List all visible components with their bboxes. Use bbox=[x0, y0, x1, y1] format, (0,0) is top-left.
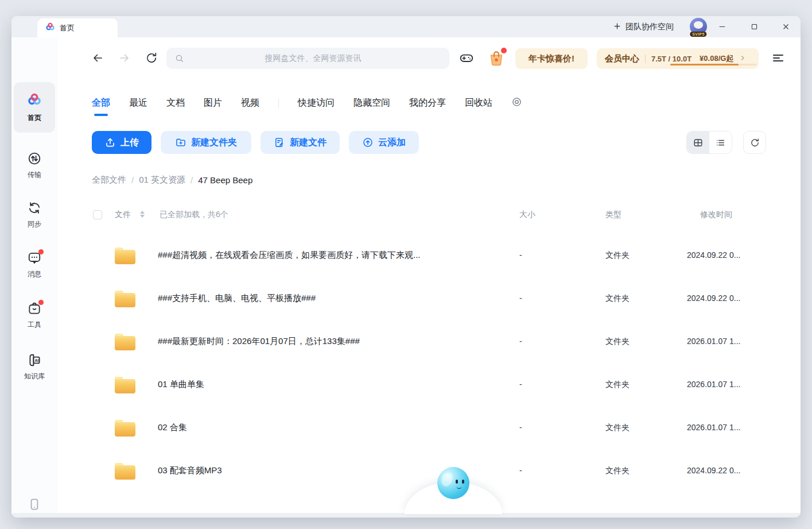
game-center-button[interactable] bbox=[459, 51, 474, 65]
tab-documents[interactable]: 文档 bbox=[166, 97, 185, 109]
phone-button[interactable] bbox=[11, 497, 57, 512]
grid-view-icon bbox=[693, 137, 704, 148]
minimize-icon bbox=[718, 22, 726, 31]
file-modified: 2026.01.07 1... bbox=[687, 423, 740, 432]
chevron-right-icon bbox=[739, 53, 746, 64]
file-name[interactable]: 01 单曲单集 bbox=[158, 379, 479, 390]
maximize-button[interactable] bbox=[747, 20, 761, 33]
file-row[interactable]: ###超清视频，在线观看会压缩画质，如果要画质好，请下载下来观... - 文件夹… bbox=[11, 234, 801, 277]
file-name[interactable]: ###支持手机、电脑、电视、平板播放### bbox=[158, 293, 479, 304]
file-modified: 2024.09.22 0... bbox=[687, 294, 740, 303]
tab-hidden-space[interactable]: 隐藏空间 bbox=[353, 97, 390, 109]
cloud-add-button[interactable]: 云添加 bbox=[349, 131, 419, 154]
plus-icon bbox=[613, 22, 621, 32]
storage-usage: 7.5T / 10.0T bbox=[651, 55, 691, 63]
home-tab[interactable]: 首页 bbox=[37, 18, 118, 37]
minimize-button[interactable] bbox=[715, 20, 729, 33]
folder-icon bbox=[115, 334, 135, 350]
close-button[interactable] bbox=[779, 20, 792, 33]
file-modified: 2024.09.22 0... bbox=[687, 250, 740, 260]
file-size: - bbox=[519, 466, 522, 475]
breadcrumb-parent[interactable]: 01 英文资源 bbox=[139, 175, 185, 186]
back-icon bbox=[91, 51, 104, 65]
column-size[interactable]: 大小 bbox=[519, 210, 535, 220]
sort-icon[interactable] bbox=[140, 211, 145, 218]
new-file-button[interactable]: 新建文件 bbox=[261, 131, 340, 154]
search-input[interactable]: 搜网盘文件、全网资源资讯 bbox=[166, 48, 449, 69]
file-name[interactable]: ###最新更新时间：2026年01月07日，总计133集### bbox=[158, 336, 479, 347]
tab-settings-button[interactable] bbox=[511, 96, 522, 110]
divider bbox=[645, 55, 646, 63]
column-modified[interactable]: 修改时间 bbox=[700, 210, 732, 220]
new-folder-label: 新建文件夹 bbox=[191, 137, 237, 149]
file-row[interactable]: 01 单曲单集 - 文件夹 2026.01.07 1... bbox=[11, 364, 801, 407]
file-list: ###超清视频，在线观看会压缩画质，如果要画质好，请下载下来观... - 文件夹… bbox=[11, 234, 801, 493]
new-file-icon bbox=[274, 137, 285, 148]
sidebar-item-label: 首页 bbox=[28, 113, 41, 123]
file-tabs: 全部 最近 文档 图片 视频 快捷访问 隐藏空间 我的分享 回收站 bbox=[92, 96, 522, 110]
select-all-checkbox[interactable] bbox=[93, 210, 102, 219]
target-icon bbox=[511, 96, 522, 107]
storage-price: ¥0.08/G起 bbox=[700, 53, 733, 64]
tab-videos[interactable]: 视频 bbox=[241, 97, 259, 109]
forward-button[interactable] bbox=[118, 51, 131, 65]
breadcrumb-current: 47 Beep Beep bbox=[198, 175, 252, 185]
search-placeholder: 搜网盘文件、全网资源资讯 bbox=[185, 53, 441, 64]
breadcrumb-root[interactable]: 全部文件 bbox=[92, 175, 126, 186]
tabs-divider bbox=[278, 99, 279, 108]
search-icon bbox=[174, 53, 185, 64]
file-name[interactable]: 03 配套音频MP3 bbox=[158, 465, 479, 476]
team-space-button[interactable]: 团队协作空间 bbox=[613, 16, 674, 37]
storage-progress-bar bbox=[670, 64, 756, 65]
menu-icon bbox=[771, 51, 785, 65]
tab-my-shares[interactable]: 我的分享 bbox=[409, 97, 446, 109]
mascot-bubble-icon[interactable] bbox=[437, 467, 469, 499]
list-view-icon bbox=[715, 137, 726, 148]
new-folder-button[interactable]: 新建文件夹 bbox=[161, 131, 251, 154]
tab-quick-access[interactable]: 快捷访问 bbox=[298, 97, 335, 109]
folder-icon bbox=[115, 463, 135, 480]
gift-button[interactable] bbox=[487, 49, 506, 67]
file-row[interactable]: ###支持手机、电脑、电视、平板播放### - 文件夹 2024.09.22 0… bbox=[11, 277, 801, 321]
tab-recent[interactable]: 最近 bbox=[129, 97, 147, 109]
file-name[interactable]: ###超清视频，在线观看会压缩画质，如果要画质好，请下载下来观... bbox=[158, 250, 479, 261]
file-modified: 2026.01.07 1... bbox=[687, 380, 740, 389]
file-row[interactable]: ###最新更新时间：2026年01月07日，总计133集### - 文件夹 20… bbox=[11, 321, 801, 364]
column-type[interactable]: 类型 bbox=[605, 210, 621, 220]
forward-icon bbox=[118, 51, 131, 65]
member-center-button[interactable]: 会员中心 7.5T / 10.0T ¥0.08/G起 bbox=[597, 48, 759, 69]
tab-title: 首页 bbox=[60, 23, 75, 33]
tab-pictures[interactable]: 图片 bbox=[204, 97, 222, 109]
grid-view-button[interactable] bbox=[687, 132, 709, 153]
upload-label: 上传 bbox=[121, 137, 139, 149]
tab-recycle-bin[interactable]: 回收站 bbox=[465, 97, 492, 109]
folder-icon bbox=[115, 248, 135, 264]
file-row[interactable]: 02 合集 - 文件夹 2026.01.07 1... bbox=[11, 407, 801, 450]
list-view-button[interactable] bbox=[709, 132, 732, 153]
file-type: 文件夹 bbox=[605, 466, 630, 476]
sidebar-item-transfer[interactable]: 传输 bbox=[14, 151, 55, 180]
assistant-mascot[interactable] bbox=[405, 477, 502, 514]
menu-button[interactable] bbox=[771, 51, 785, 65]
avatar[interactable]: SVIP5 bbox=[690, 18, 707, 35]
tab-all[interactable]: 全部 bbox=[92, 97, 110, 109]
column-file[interactable]: 文件 bbox=[115, 210, 131, 220]
sidebar-item-home[interactable]: 首页 bbox=[14, 82, 55, 133]
promo-label: 年卡惊喜价! bbox=[529, 53, 574, 64]
refresh-list-button[interactable] bbox=[743, 131, 766, 154]
app-logo-icon bbox=[27, 92, 42, 109]
transfer-icon bbox=[27, 151, 42, 166]
file-name[interactable]: 02 合集 bbox=[158, 422, 479, 433]
reload-button[interactable] bbox=[145, 51, 158, 65]
file-type: 文件夹 bbox=[605, 250, 630, 261]
vip-badge: SVIP5 bbox=[690, 32, 706, 37]
app-window: 首页 团队协作空间 SVIP5 搜网盘文件、全网资源资讯 bbox=[11, 16, 801, 518]
cloud-add-label: 云添加 bbox=[378, 137, 406, 149]
file-modified: 2026.01.07 1... bbox=[687, 337, 740, 346]
file-size: - bbox=[519, 337, 522, 346]
file-type: 文件夹 bbox=[605, 423, 630, 433]
back-button[interactable] bbox=[91, 51, 104, 65]
upload-button[interactable]: 上传 bbox=[92, 131, 151, 154]
maximize-icon bbox=[750, 22, 759, 31]
promo-button[interactable]: 年卡惊喜价! bbox=[515, 48, 588, 69]
